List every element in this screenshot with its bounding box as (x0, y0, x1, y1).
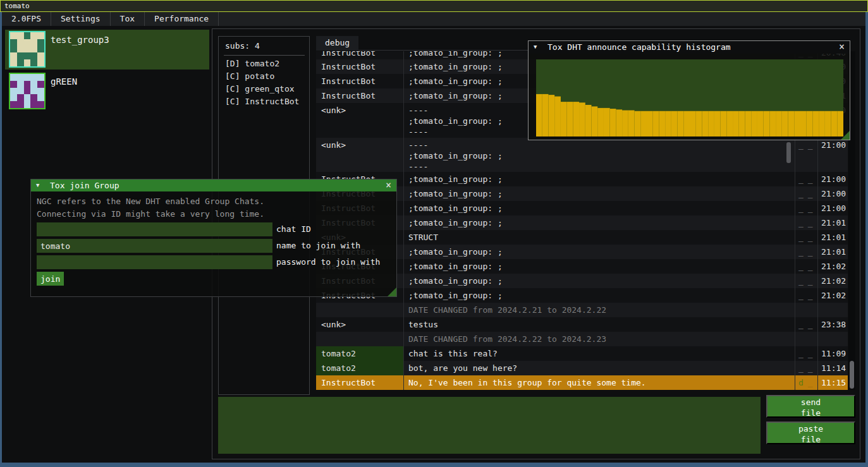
message-timestamp: 21:02 (818, 274, 848, 288)
delivery-indicators: __ (795, 245, 817, 259)
dht-histogram-plot (536, 59, 843, 136)
dht-histogram-titlebar[interactable]: ▼ Tox DHT announce capability histogram … (529, 41, 850, 54)
window-titlebar[interactable]: tomato (0, 0, 868, 12)
sender-name: InstructBot (316, 88, 403, 103)
group-name: gREEN (51, 76, 77, 87)
close-icon[interactable]: × (839, 41, 845, 52)
delivery-indicators: __ (795, 259, 817, 274)
message-timestamp: 21:02 (818, 288, 848, 303)
message-cell-scrollbar[interactable] (786, 142, 791, 163)
message-timestamp: 21:00 (818, 186, 848, 201)
message-timestamp: 21:02 (818, 259, 848, 274)
delivery-indicators: __ (795, 186, 817, 201)
menu-item-settings[interactable]: Settings (51, 12, 111, 26)
join-group-window: ▼ Tox join Group × NGC refers to the New… (30, 179, 397, 297)
message-timestamp: 11:15 (818, 375, 848, 390)
join-button[interactable]: join (37, 272, 64, 286)
chat-id-label: chat ID (276, 222, 311, 236)
subs-member[interactable]: [D] tomato2 (219, 58, 309, 70)
paste-file-button[interactable]: paste file (766, 422, 855, 444)
group-item-test-group3[interactable]: test_group3 (5, 30, 209, 70)
delivery-indicators: __ (795, 274, 817, 288)
group-item-green[interactable]: gREEN (5, 71, 209, 111)
password-to-join-with-label: password to join with (276, 255, 380, 269)
message-text: ;tomato_in_group: ; (404, 215, 795, 230)
menu-item-tox[interactable]: Tox (111, 12, 145, 26)
subs-list: [D] tomato2[C] potato[C] green_qtox[C] I… (219, 58, 309, 108)
sender-name: InstructBot (316, 51, 403, 59)
window-border (865, 12, 868, 467)
subs-member[interactable]: [C] potato (219, 70, 309, 83)
message-text: No, I've been in this group for quite so… (404, 375, 795, 390)
message-row[interactable]: <unk>testus__23:38 (316, 317, 848, 332)
date-changed-text: DATE CHANGED from 2024.2.21 to 2024.2.22 (404, 303, 795, 317)
menu-item-2-0fps[interactable]: 2.0FPS (2, 12, 51, 26)
date-separator-row[interactable]: DATE CHANGED from 2024.2.21 to 2024.2.22 (316, 303, 848, 317)
date-changed-text: DATE CHANGED from 2024.2.22 to 2024.2.23 (404, 332, 795, 346)
delivery-indicators: __ (795, 172, 817, 186)
collapse-arrow-icon[interactable]: ▼ (36, 179, 39, 191)
delivery-indicators: __ (795, 288, 817, 303)
sender-name: <unk> (316, 317, 403, 332)
message-text: testus (404, 317, 795, 332)
resize-grip[interactable] (388, 288, 396, 296)
message-timestamp: 21:00 (818, 172, 848, 186)
message-timestamp: 21:00 (818, 138, 848, 173)
join-group-title: Tox join Group (50, 179, 119, 191)
tab-debug[interactable]: debug (316, 36, 358, 51)
join-info-line: Connecting via ID might take a very long… (37, 209, 264, 219)
close-icon[interactable]: × (386, 179, 391, 191)
message-text: ;tomato_in_group: ; (404, 172, 795, 186)
password-to-join-with-input[interactable] (37, 255, 272, 269)
message-timestamp: 21:01 (818, 230, 848, 245)
sender-name: <unk> (316, 138, 403, 173)
message-text: ;tomato_in_group: ; (404, 186, 795, 201)
message-row[interactable]: tomato2chat is this real?__11:09 (316, 346, 848, 361)
subs-count-label: subs: 4 (225, 41, 260, 51)
sender-name: <unk> (316, 103, 403, 138)
message-row[interactable]: tomato2bot, are you new here?__11:14 (316, 361, 848, 375)
group-avatar (9, 31, 46, 68)
dht-histogram-window: ▼ Tox DHT announce capability histogram … (528, 40, 850, 140)
collapse-arrow-icon[interactable]: ▼ (534, 41, 537, 53)
dht-histogram-title: Tox DHT announce capability histogram (547, 41, 731, 54)
delivery-indicators: __ (795, 230, 817, 245)
column-separator[interactable] (403, 51, 404, 390)
join-info-line: NGC refers to the New DHT enabled Group … (37, 197, 264, 206)
name-to-join-with-label: name to join with (276, 239, 360, 253)
message-timestamp: 11:09 (818, 346, 848, 361)
message-input[interactable] (218, 397, 761, 454)
subs-separator (224, 55, 305, 56)
window-title: tomato (4, 2, 30, 10)
window-border (0, 463, 868, 467)
window-border (0, 12, 2, 467)
menu-item-performance[interactable]: Performance (145, 12, 219, 26)
message-text: ;tomato_in_group: ; (404, 259, 795, 274)
resize-grip[interactable] (841, 131, 850, 140)
message-row[interactable]: <unk>---- ;tomato_in_group: ; ----__21:0… (316, 138, 848, 173)
message-text: ;tomato_in_group: ; (404, 288, 795, 303)
chat-id-input[interactable] (37, 222, 272, 236)
message-timestamp: 21:00 (818, 201, 848, 215)
message-text: STRUCT (404, 230, 795, 245)
message-text: ;tomato_in_group: ; (404, 201, 795, 215)
message-text: chat is this real? (404, 346, 795, 361)
delivery-indicators: __ (795, 346, 817, 361)
menu-bar: 2.0FPSSettingsToxPerformance (2, 12, 865, 26)
sender-name: InstructBot (316, 375, 403, 390)
delivery-indicators: __ (795, 361, 817, 375)
subs-member[interactable]: [C] green_qtox (219, 83, 309, 95)
message-text: bot, are you new here? (404, 361, 795, 375)
name-to-join-with-input[interactable] (37, 239, 272, 253)
message-text: ;tomato_in_group: ; (404, 274, 795, 288)
message-timestamp: 23:38 (818, 317, 848, 332)
delivery-indicators: __ (795, 317, 817, 332)
date-separator-row[interactable]: DATE CHANGED from 2024.2.22 to 2024.2.23 (316, 332, 848, 346)
subs-member[interactable]: [C] InstructBot (219, 95, 309, 108)
send-file-button[interactable]: send file (766, 395, 855, 418)
join-group-titlebar[interactable]: ▼ Tox join Group × (31, 179, 396, 191)
message-row[interactable]: InstructBotNo, I've been in this group f… (316, 375, 848, 390)
delivery-indicators: __ (795, 201, 817, 215)
message-timestamp: 21:01 (818, 215, 848, 230)
chat-scrollbar-thumb[interactable] (850, 361, 854, 389)
